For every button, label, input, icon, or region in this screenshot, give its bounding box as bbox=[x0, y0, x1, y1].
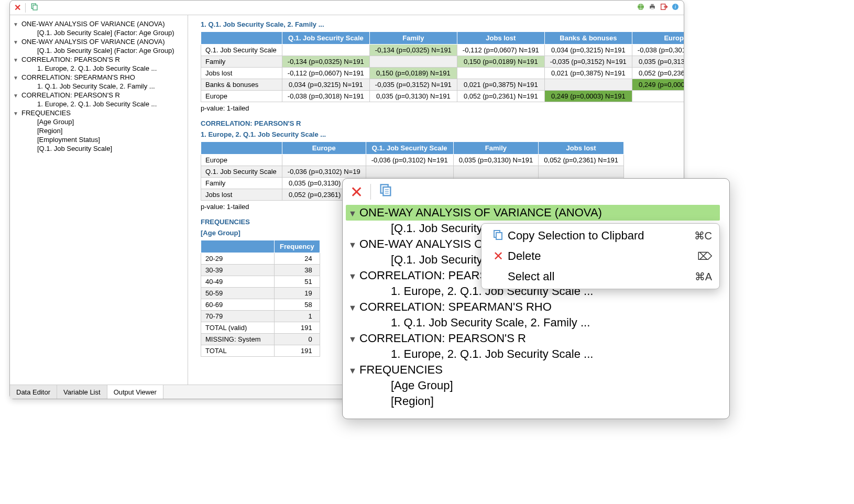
popup-outline-item[interactable]: ▼CORRELATION: PEARSON'S R bbox=[346, 331, 726, 346]
outline-pane[interactable]: ▼ONE-WAY ANALYSIS OF VARIANCE (ANOVA)[Q.… bbox=[10, 15, 188, 385]
outline-item[interactable]: [Employment Status] bbox=[13, 135, 184, 144]
menu-item-copy[interactable]: Copy Selection to Clipbard⌘C bbox=[481, 226, 719, 246]
outline-item[interactable]: 1. Europe, 2. Q.1. Job Security Scale ..… bbox=[13, 100, 184, 108]
svg-rect-4 bbox=[651, 4, 653, 6]
outline-item[interactable]: [Q.1. Job Security Scale] (Factor: Age G… bbox=[13, 46, 184, 55]
outline-item[interactable]: ▼FREQUENCIES bbox=[13, 108, 184, 117]
divider bbox=[25, 3, 26, 13]
outline-item[interactable]: [Region] bbox=[13, 126, 184, 135]
export-icon[interactable] bbox=[660, 3, 668, 13]
context-menu: Copy Selection to Clipbard⌘C✕Delete⌦Sele… bbox=[481, 223, 720, 289]
copy-icon[interactable] bbox=[378, 183, 393, 200]
printer-icon[interactable] bbox=[648, 3, 656, 13]
outline-item[interactable]: ▼ONE-WAY ANALYSIS OF VARIANCE (ANOVA) bbox=[13, 19, 184, 28]
section-subtitle: 1. Q.1. Job Security Scale, 2. Family ..… bbox=[201, 20, 671, 28]
popup-outline-item[interactable]: [Age Group] bbox=[346, 378, 726, 393]
toolbar: ✕ i bbox=[10, 1, 684, 15]
outline-item[interactable]: [Q.1. Job Security Scale] (Factor: Age G… bbox=[13, 28, 184, 37]
tab-variable-list[interactable]: Variable List bbox=[57, 385, 107, 399]
svg-text:i: i bbox=[675, 4, 676, 9]
popup-outline-item[interactable]: [Region] bbox=[346, 393, 726, 409]
popup-outline-item[interactable]: 1. Europe, 2. Q.1. Job Security Scale ..… bbox=[346, 346, 726, 362]
globe-icon[interactable] bbox=[637, 3, 645, 13]
divider bbox=[370, 184, 371, 200]
section-subtitle: 1. Europe, 2. Q.1. Job Security Scale ..… bbox=[201, 130, 671, 138]
info-icon[interactable]: i bbox=[671, 3, 680, 13]
outline-item[interactable]: ▼CORRELATION: PEARSON'S R bbox=[13, 55, 184, 64]
popup-outline-item[interactable]: ▼CORRELATION: SPEARMAN'S RHO bbox=[346, 299, 726, 315]
popup-outline-item[interactable]: 1. Q.1. Job Security Scale, 2. Family ..… bbox=[346, 315, 726, 331]
popup-toolbar: ✕ bbox=[343, 179, 729, 205]
menu-item-select[interactable]: Select all⌘A bbox=[481, 267, 719, 287]
correlation-table-1: Q.1. Job Security ScaleFamilyJobs lostBa… bbox=[201, 31, 684, 102]
copy-icon[interactable] bbox=[30, 3, 38, 13]
svg-rect-15 bbox=[496, 233, 502, 239]
outline-item[interactable]: ▼ONE-WAY ANALYSIS OF VARIANCE (ANOVA) bbox=[13, 37, 184, 46]
outline-item[interactable]: [Age Group] bbox=[13, 117, 184, 126]
outline-item[interactable]: ▼CORRELATION: SPEARMAN'S RHO bbox=[13, 73, 184, 82]
menu-item-delete[interactable]: ✕Delete⌦ bbox=[481, 246, 719, 267]
close-icon[interactable]: ✕ bbox=[14, 3, 21, 13]
popup-outline-item[interactable]: ▼FREQUENCIES bbox=[346, 362, 726, 378]
frequency-table: Frequency20-292430-393840-495150-591960-… bbox=[201, 240, 320, 357]
outline-item[interactable]: ▼CORRELATION: PEARSON'S R bbox=[13, 91, 184, 100]
popup-outline-item[interactable]: ▼ONE-WAY ANALYSIS OF VARIANCE (ANOVA) bbox=[346, 205, 720, 221]
popup-outline[interactable]: ▼ONE-WAY ANALYSIS OF VARIANCE (ANOVA)[Q.… bbox=[343, 205, 729, 419]
close-icon[interactable]: ✕ bbox=[350, 183, 363, 201]
svg-rect-1 bbox=[33, 5, 37, 9]
outline-item[interactable]: 1. Europe, 2. Q.1. Job Security Scale ..… bbox=[13, 64, 184, 73]
svg-rect-5 bbox=[651, 7, 653, 9]
p-value-note: p-value: 1-tailed bbox=[201, 104, 671, 112]
outline-item[interactable]: [Q.1. Job Security Scale] bbox=[13, 144, 184, 153]
section-title: CORRELATION: PEARSON'S R bbox=[201, 119, 671, 127]
tab-data-editor[interactable]: Data Editor bbox=[10, 385, 57, 399]
tab-output-viewer[interactable]: Output Viewer bbox=[107, 385, 163, 399]
outline-item[interactable]: 1. Q.1. Job Security Scale, 2. Family ..… bbox=[13, 82, 184, 91]
popup-window: ✕ ▼ONE-WAY ANALYSIS OF VARIANCE (ANOVA)[… bbox=[342, 178, 730, 419]
